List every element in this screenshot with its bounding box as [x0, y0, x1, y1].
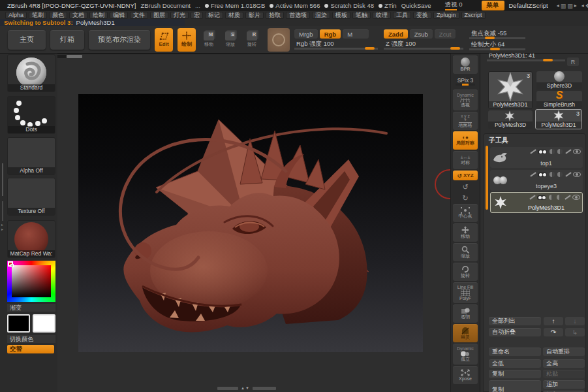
solo-button[interactable]: Dynamic 孤立	[453, 344, 478, 365]
polypaint-icon[interactable]	[538, 172, 547, 177]
mrgb-button[interactable]: Mrgb	[294, 29, 318, 39]
shade-icon[interactable]	[557, 149, 563, 154]
menu-item-picker[interactable]: 拾取	[266, 12, 284, 19]
uv-icon[interactable]	[549, 149, 555, 154]
subtool-scrollbar[interactable]	[486, 146, 488, 210]
local-symmetry-button[interactable]: ◐● 局部对称	[453, 131, 478, 150]
menu-item-marker[interactable]: 标记	[205, 12, 223, 19]
ghost-button[interactable]: 幽灵	[453, 324, 478, 342]
m-button[interactable]: M	[343, 29, 369, 39]
menu-item-macro[interactable]: 宏	[191, 12, 203, 19]
menu-item-document[interactable]: 文档	[69, 12, 87, 19]
append-button[interactable]: 追加	[543, 380, 585, 389]
visibility-eye-icon[interactable]	[572, 195, 580, 200]
current-stroke-tile[interactable]: Dots	[7, 96, 55, 134]
secondary-color-swatch[interactable]	[33, 314, 55, 333]
menu-item-stencil[interactable]: 模板	[332, 12, 350, 19]
visibility-eye-icon[interactable]	[573, 149, 581, 154]
rotate-canvas-button[interactable]: 旋转	[453, 263, 478, 281]
z-intensity-slider[interactable]: Z 强度 100	[384, 40, 463, 50]
zsub-button[interactable]: Zsub	[410, 29, 433, 39]
menu-item-material[interactable]: 材质	[225, 12, 243, 19]
auto-reorder-button[interactable]: 自动重排	[543, 348, 585, 356]
menu-item-zscript[interactable]: Zscript	[461, 12, 486, 19]
all-low-button[interactable]: 全低	[489, 359, 541, 368]
document-title[interactable]: ZBrush Document	[140, 2, 191, 9]
spix-handle[interactable]	[462, 84, 469, 86]
scale-canvas-button[interactable]: 缩放	[453, 243, 478, 261]
paste-button[interactable]: 粘贴	[543, 370, 585, 378]
preview-boolean-button[interactable]: 预览布尔渲染	[89, 30, 150, 50]
perspective-button[interactable]: Dynamic 透视	[453, 90, 478, 110]
transparent-button[interactable]: 透明	[453, 304, 478, 323]
pen-icon[interactable]	[565, 172, 570, 177]
xpose-button[interactable]: Xpose	[453, 366, 478, 384]
menu-item-edit[interactable]: 编辑	[110, 12, 128, 19]
hscroll-track[interactable]	[57, 55, 67, 58]
current-material-tile[interactable]: MatCap Red Wa:	[7, 220, 55, 258]
center-pivot-button[interactable]: 中心点	[453, 204, 478, 222]
rename-button[interactable]: 重命名	[489, 348, 541, 356]
menu-item-tool[interactable]: 工具	[393, 12, 411, 19]
shift-up-button[interactable]: ↷	[544, 328, 563, 336]
list-all-button[interactable]: 全部列出	[489, 317, 541, 325]
picker-sv-square[interactable]	[12, 265, 51, 297]
rgb-button[interactable]: Rgb	[320, 29, 341, 39]
uv-icon[interactable]	[549, 195, 554, 200]
tool-name-slider[interactable]: PolyMesh3D1: 41	[487, 50, 565, 61]
scale-gyro-button[interactable]: S 缩放	[222, 28, 239, 52]
main-color-swatch[interactable]	[7, 314, 30, 333]
menu-item-alpha[interactable]: Alpha	[5, 12, 27, 19]
gradient-label[interactable]: 渐变	[7, 304, 55, 312]
draw-button[interactable]: 绘制	[178, 28, 196, 52]
all-high-button[interactable]: 全高	[543, 359, 585, 368]
bottom-scroll-left[interactable]	[217, 387, 238, 390]
rgb-intensity-slider[interactable]: Rgb 强度 100	[294, 40, 378, 50]
quicksave-button[interactable]: QuickSave	[401, 2, 431, 9]
symmetry-button[interactable]: ±↔± 对称	[453, 151, 478, 169]
polymesh3d1-tile[interactable]: 3 PolyMesh3D1	[535, 109, 582, 129]
hscroll-handle[interactable]	[67, 55, 82, 58]
polypaint-icon[interactable]	[538, 150, 547, 154]
current-texture-tile[interactable]: Texture Off	[7, 178, 55, 216]
pen-icon[interactable]	[565, 149, 570, 154]
subtool-row-topeye3[interactable]: topeye3	[490, 170, 583, 191]
document-bottom-scrollbar[interactable]: ▲▼	[217, 386, 276, 390]
divider-right-icon[interactable]: ◂❖❖▸	[581, 3, 588, 9]
sculpt-canvas[interactable]	[78, 94, 423, 352]
focal-shift-handle[interactable]	[485, 37, 495, 39]
left-strip-arrow-icon[interactable]: ▸▸	[1, 222, 3, 231]
menu-item-light[interactable]: 灯光	[170, 12, 189, 19]
polymesh3d-tile[interactable]: PolyMesh3D	[488, 110, 533, 129]
uv-icon[interactable]	[549, 172, 555, 177]
rgb-intensity-handle[interactable]	[365, 47, 375, 50]
auto-collapse-button[interactable]: 自动折叠	[489, 328, 541, 336]
left-scroll-strip[interactable]: ▸▸	[0, 54, 7, 392]
menu-item-brush[interactable]: 笔刷	[29, 12, 47, 19]
divider-left-icon[interactable]: ◂▥▥▸	[557, 3, 577, 9]
sphere3d-tile[interactable]: Sphere3D	[536, 71, 582, 90]
menu-item-stroke[interactable]: 笔触	[352, 12, 371, 19]
current-alpha-tile[interactable]: Alpha Off	[7, 137, 55, 175]
spix-track[interactable]	[456, 84, 475, 86]
bottom-scroll-right[interactable]	[253, 387, 276, 390]
menu-item-zplugin[interactable]: Zplugin	[433, 12, 459, 19]
shade-icon[interactable]	[557, 172, 563, 177]
draw-size-slider[interactable]: 绘制大小 64	[469, 41, 525, 50]
polyframe-button[interactable]: Line Fill PolyF	[453, 282, 478, 303]
menu-item-render[interactable]: 渲染	[312, 12, 330, 19]
z-intensity-handle[interactable]	[450, 47, 460, 50]
current-brush-preview[interactable]	[268, 28, 290, 52]
brush-toggle-icon[interactable]	[529, 195, 534, 200]
home-button[interactable]: 主页	[8, 30, 46, 50]
menu-item-draw[interactable]: 绘制	[89, 12, 108, 19]
zadd-button[interactable]: Zadd	[384, 29, 408, 39]
edit-button[interactable]: Edit	[155, 28, 173, 52]
simplebrush-tile[interactable]: S SimpleBrush	[536, 91, 582, 108]
current-tool-tile[interactable]: 3 PolyMesh3D1	[488, 71, 533, 109]
polypaint-icon[interactable]	[537, 195, 546, 200]
picker-inner-selector[interactable]	[10, 264, 14, 267]
pen-icon[interactable]	[565, 195, 570, 200]
switch-color-label[interactable]: 切换颜色	[7, 335, 55, 343]
document-hscrollbar[interactable]	[57, 55, 82, 58]
